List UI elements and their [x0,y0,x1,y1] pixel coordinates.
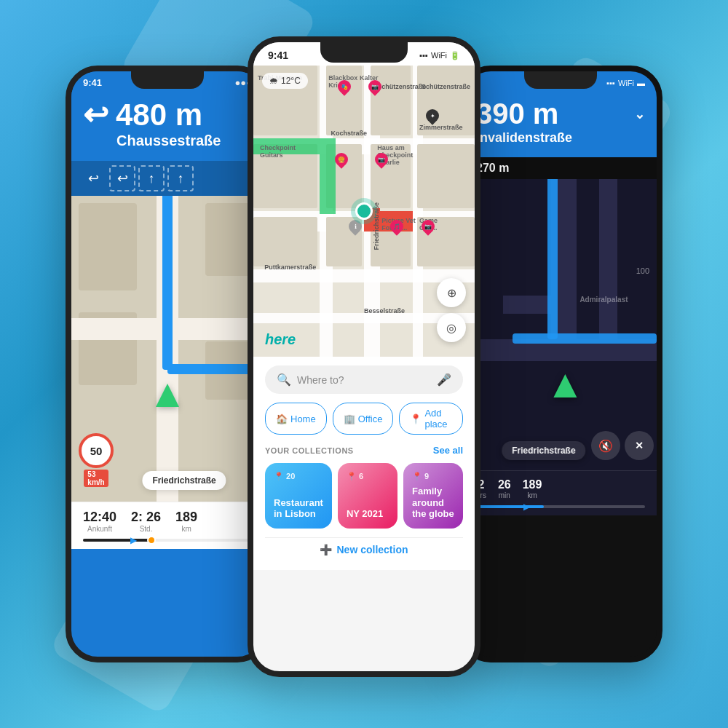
collections-grid: 📍 20 Restaurant in Lisbon 📍 6 NY 2021 📍 … [265,463,463,529]
new-collection-button[interactable]: ➕ New collection [265,537,463,561]
speed-limit-value: 50 [90,445,103,457]
search-bar[interactable]: 🔍 Where to? 🎤 [265,365,463,394]
right-eta-distance: 189 km [523,478,542,499]
eta-distance: 189 km [175,510,197,533]
speed-current: 53km/h [84,470,108,487]
right-road-label: Admiralpalast [579,296,628,304]
eta-duration-label: Std. [131,525,161,533]
collection-2-name: NY 2021 [347,508,389,520]
quick-places: 🏠 Home 🏢 Office 📍 Add place [265,403,463,435]
right-distance-marker: 100 [636,266,649,275]
add-place-icon: 📍 [410,414,422,424]
collection-3-name: Family around the globe [412,486,454,520]
home-label: Home [290,414,316,424]
eta-arrival-value: 12:40 [83,510,116,525]
street-label-schutzen2: Schützenstraße [422,83,470,90]
collections-header: YOUR COLLECTIONS See all [265,445,463,456]
close-navigation-button[interactable]: ✕ [625,431,654,460]
battery-icon: 🔋 [450,51,460,60]
right-nav-arrow [553,374,577,397]
right-nav-distance: 390 m ⌄ [476,98,645,130]
left-time: 9:41 [83,77,102,88]
left-nav-distance: ↩ 480 m [83,97,252,132]
street-label-kochstrasse: Kochstraße [331,130,367,137]
collection-lisbon[interactable]: 📍 20 Restaurant in Lisbon [265,463,332,529]
left-progress-bar: ▶ [83,539,252,542]
left-nav-arrow [153,381,182,410]
eta-duration-value: 2: 26 [131,510,161,525]
right-distance-value: 189 [523,478,542,491]
right-bottom: 2 hrs 26 min 189 km ▶ [464,470,657,515]
maneuver-left: ↩ [80,165,106,191]
pin-1: 🎭 [338,80,351,96]
left-distance: 480 m [116,98,202,132]
maneuver-up1: ↑ [138,165,165,191]
right-notch [524,71,597,89]
progress-marker [147,536,156,545]
new-collection-label: New collection [336,544,408,555]
street-label-schutzen: Schützenstraße [377,83,426,90]
phone-right: ▪▪▪ WiFi ▬ 390 m ⌄ Invalidenstraße 270 m [459,66,662,662]
street-label-bessel: Besselstraße [364,307,405,314]
left-bottom: 12:40 Ankunft 2: 26 Std. 189 km ▶ [71,502,264,549]
add-place-label: Add place [424,408,452,430]
locate-button[interactable]: ◎ [437,313,466,342]
right-progress-fill [476,505,544,508]
add-place-button[interactable]: 📍 Add place [399,403,463,435]
plus-icon: ➕ [320,544,332,555]
right-eta-minutes: 26 min [498,478,511,499]
mic-icon[interactable]: 🎤 [437,373,451,387]
speed-limit-badge: 50 [79,433,114,468]
left-map: 50 53km/h Friedrichstraße [71,196,264,502]
center-notch [320,42,408,63]
right-progress-bar: ▶ [476,505,645,508]
map-controls: ⊕ ◎ [437,278,466,342]
here-logo: here [265,331,296,348]
street-label-puttkamer: Puttkamerstraße [264,264,316,271]
home-icon: 🏠 [276,414,288,424]
wifi-icon: WiFi [431,51,447,60]
mute-icon: 🔇 [598,439,613,453]
home-button[interactable]: 🏠 Home [265,403,327,435]
see-all-link[interactable]: See all [433,445,463,456]
office-button[interactable]: 🏢 Office [333,403,394,435]
close-icon: ✕ [635,440,644,451]
eta-distance-label: km [175,525,197,533]
pin-5: 📷 [375,153,388,169]
pin-6: 🎵 [390,220,403,236]
collection-ny[interactable]: 📍 6 NY 2021 [338,463,397,529]
left-nav-header: ↩ 480 m Chaussestraße [71,91,264,161]
right-map: Admiralpalast 100 Friedrichstraße 🔇 ✕ [464,179,657,470]
search-icon: 🔍 [277,373,291,387]
collection-1-name: Restaurant in Lisbon [274,497,323,520]
collection-3-count: 📍 9 [412,472,454,481]
left-nav-street: Chaussestraße [116,132,252,149]
center-current-location [355,202,373,220]
mute-button[interactable]: 🔇 [591,431,620,460]
signal-icon: ▪▪▪ [419,51,428,60]
phone-center: 9:41 ▪▪▪ WiFi 🔋 [248,36,480,677]
office-label: Office [358,414,383,424]
collection-2-count: 📍 6 [347,472,389,481]
search-input[interactable]: Where to? [297,374,431,386]
pin-7: ℹ [349,220,362,236]
weather-icon: 🌧 [269,76,278,86]
poi-checkpoint-guitars: CheckpointGuitars [260,144,296,159]
right-distance: 390 m [476,98,558,130]
pin-8: 📷 [422,220,435,236]
right-wifi-icon: WiFi [618,79,634,87]
right-minutes-label: min [498,491,511,499]
right-street-label: Friedrichstraße [502,441,585,460]
maneuver-up2: ↑ [167,165,194,191]
right-secondary-distance: 270 m [464,157,657,179]
phone-left: 9:41 ●●● ↩ 480 m Chaussestraße ↩ ↩ ↑ ↑ [66,66,269,662]
speed-limit-container: 50 53km/h [79,433,114,487]
eta-arrival: 12:40 Ankunft [83,510,116,533]
collection-family[interactable]: 📍 9 Family around the globe [403,463,463,529]
center-map: Kochstraße Friedrichstraße Puttkamerstra… [253,66,475,357]
layers-button[interactable]: ⊕ [437,278,466,307]
left-turn-arrow: ↩ [83,97,108,132]
right-expand-icon[interactable]: ⌄ [634,106,645,122]
right-nav-street: Invalidenstraße [476,130,645,146]
left-street-label: Friedrichstraße [142,471,226,490]
